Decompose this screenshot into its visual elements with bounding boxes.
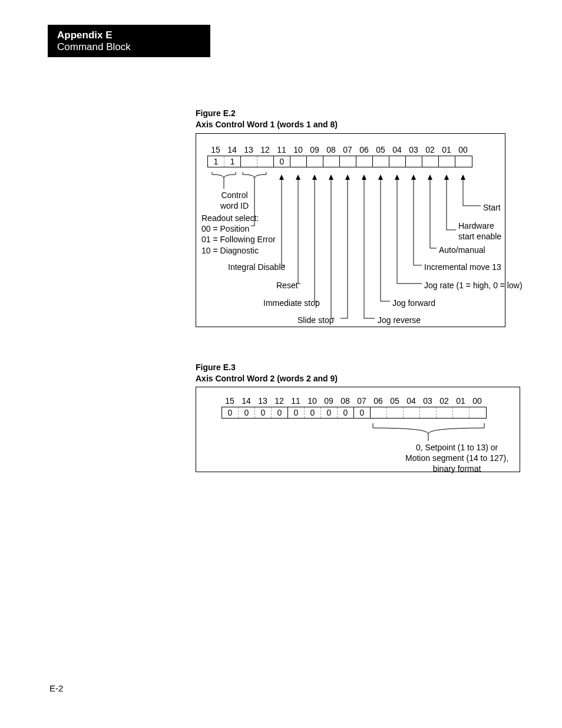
bitsE3-cell: 03 bbox=[419, 396, 436, 406]
figE2-value-cell bbox=[422, 156, 439, 167]
bitsE2-cell: 09 bbox=[306, 145, 323, 154]
ann-hw-start-enable: Hardware start enable bbox=[458, 220, 501, 242]
bitsE3-cell: 11 bbox=[287, 396, 304, 406]
figE2-value-cell bbox=[241, 156, 257, 167]
figE2-label: Figure E.2 Axis Control Word 1 (words 1 … bbox=[196, 108, 338, 130]
bitsE2-cell: 06 bbox=[356, 145, 372, 154]
page-number: E-2 bbox=[49, 683, 63, 693]
bitsE3-cell: 01 bbox=[452, 396, 469, 406]
ann-control-word-id: Control word ID bbox=[217, 190, 252, 211]
figE2-value-cell: 0 bbox=[274, 156, 290, 167]
bitsE3-cell: 15 bbox=[222, 396, 238, 406]
bitsE3-cell: 13 bbox=[254, 396, 271, 406]
ann-jog-rate: Jog rate (1 = high, 0 = low) bbox=[424, 280, 523, 291]
figE3-label: Figure E.3 Axis Control Word 2 (words 2 … bbox=[196, 362, 338, 384]
figE3-bit-values: 000000000 bbox=[222, 407, 487, 419]
bitsE2-cell: 03 bbox=[405, 145, 422, 154]
ann-inc-move-13: Incremental move 13 bbox=[424, 262, 501, 272]
figE3-value-cell bbox=[387, 407, 404, 418]
figE3-value-cell: 0 bbox=[288, 407, 305, 418]
ann-reset: Reset bbox=[276, 280, 298, 291]
figE2-value-cell bbox=[406, 156, 422, 167]
figE3-value-cell: 0 bbox=[222, 407, 239, 418]
ann-jog-forward: Jog forward bbox=[392, 298, 435, 308]
bitsE2-cell: 14 bbox=[224, 145, 240, 154]
ann-figE3-note: 0, Setpoint (1 to 13) or Motion segment … bbox=[405, 442, 508, 475]
figE2-value-cell bbox=[307, 156, 323, 167]
bitsE3-cell: 02 bbox=[436, 396, 452, 406]
bitsE2-cell: 04 bbox=[389, 145, 405, 154]
figE2-value-cell bbox=[389, 156, 406, 167]
bitsE3-cell: 00 bbox=[469, 396, 485, 406]
ann-start: Start bbox=[483, 202, 501, 213]
figE2-value-cell bbox=[455, 156, 472, 167]
figE3-value-cell bbox=[420, 407, 437, 418]
figE2-value-cell bbox=[356, 156, 373, 167]
bitsE2-cell: 07 bbox=[339, 145, 356, 154]
figE3-value-cell bbox=[437, 407, 453, 418]
figE3-bit-labels: 15141312111009080706050403020100 bbox=[222, 396, 485, 406]
bitsE3-cell: 14 bbox=[238, 396, 254, 406]
figE3-value-cell bbox=[371, 407, 387, 418]
figE2-value-cell bbox=[323, 156, 340, 167]
figE2-value-cell bbox=[373, 156, 389, 167]
ann-auto-manual: Auto/manual bbox=[439, 245, 485, 255]
bitsE2-cell: 13 bbox=[240, 145, 257, 154]
bitsE3-cell: 04 bbox=[403, 396, 419, 406]
bitsE2-cell: 08 bbox=[323, 145, 339, 154]
bitsE3-cell: 06 bbox=[370, 396, 386, 406]
bitsE3-cell: 08 bbox=[337, 396, 353, 406]
figE3-value-cell bbox=[470, 407, 486, 418]
bitsE2-cell: 11 bbox=[273, 145, 290, 154]
figE3-value-cell: 0 bbox=[239, 407, 255, 418]
figE2-title: Axis Control Word 1 (words 1 and 8) bbox=[196, 120, 338, 129]
ann-integral-disable: Integral Disable bbox=[228, 262, 285, 272]
ann-readout-select-10: 10 = Diagnostic bbox=[201, 245, 276, 256]
ann-readout-select: Readout select: 00 = Position 01 = Follo… bbox=[201, 213, 276, 256]
ann-slide-stop: Slide stop bbox=[297, 315, 333, 325]
figE3-value-cell: 0 bbox=[305, 407, 321, 418]
ann-readout-select-00: 00 = Position bbox=[201, 223, 276, 234]
figE2-bit-values: 110 bbox=[207, 156, 472, 167]
ann-jog-reverse: Jog reverse bbox=[378, 315, 421, 325]
figE3-value-cell: 0 bbox=[321, 407, 338, 418]
bitsE3-cell: 12 bbox=[271, 396, 287, 406]
bitsE2-cell: 12 bbox=[257, 145, 273, 154]
figE2-name: Figure E.2 bbox=[196, 108, 236, 118]
bitsE3-cell: 07 bbox=[353, 396, 370, 406]
bitsE2-cell: 10 bbox=[290, 145, 306, 154]
page-header: Appendix E Command Block bbox=[48, 25, 210, 57]
bitsE3-cell: 05 bbox=[386, 396, 403, 406]
bitsE2-cell: 00 bbox=[455, 145, 471, 154]
page: Appendix E Command Block Figure E.2 Axis… bbox=[0, 0, 562, 728]
figE2-value-cell bbox=[340, 156, 356, 167]
figE2-value-cell bbox=[290, 156, 307, 167]
figE3-value-cell: 0 bbox=[255, 407, 272, 418]
ann-immediate-stop: Immediate stop bbox=[263, 298, 320, 308]
figE2-value-cell bbox=[439, 156, 455, 167]
bitsE2-cell: 01 bbox=[438, 145, 455, 154]
figE3-title: Axis Control Word 2 (words 2 and 9) bbox=[196, 374, 338, 383]
figE3-value-cell: 0 bbox=[272, 407, 288, 418]
figE2-value-cell: 1 bbox=[224, 156, 241, 167]
bitsE3-cell: 09 bbox=[320, 396, 337, 406]
bitsE2-cell: 05 bbox=[372, 145, 389, 154]
figE2-value-cell bbox=[257, 156, 274, 167]
figE2-value-cell: 1 bbox=[208, 156, 224, 167]
figE3-name: Figure E.3 bbox=[196, 363, 236, 372]
bitsE2-cell: 15 bbox=[207, 145, 224, 154]
bitsE3-cell: 10 bbox=[304, 396, 320, 406]
bitsE2-cell: 02 bbox=[422, 145, 438, 154]
appendix-name: Appendix E bbox=[57, 29, 201, 41]
figE3-value-cell bbox=[453, 407, 470, 418]
ann-readout-select-title: Readout select: bbox=[201, 213, 276, 223]
section-name: Command Block bbox=[57, 41, 201, 53]
figE3-value-cell bbox=[404, 407, 420, 418]
figE3-value-cell: 0 bbox=[338, 407, 354, 418]
ann-readout-select-01: 01 = Following Error bbox=[201, 234, 276, 245]
figE2-bit-labels: 15141312111009080706050403020100 bbox=[207, 145, 471, 154]
figE3-value-cell: 0 bbox=[354, 407, 371, 418]
